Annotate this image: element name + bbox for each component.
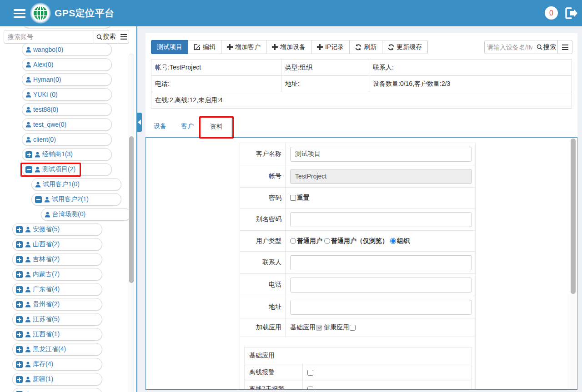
tree-item-江西省(1)[interactable]: 江西省(1) — [12, 328, 102, 341]
toolbar-button-刷新[interactable]: 刷新 — [349, 40, 382, 54]
user-icon — [25, 242, 31, 248]
tree-item-安徽省(5)[interactable]: 安徽省(5) — [12, 223, 102, 236]
expand-plus-icon[interactable] — [16, 271, 23, 278]
form-row-密码: 密码重置 — [240, 188, 475, 208]
panel-scrollbar-thumb[interactable] — [571, 139, 576, 294]
sidebar-collapse-handle[interactable] — [137, 113, 142, 132]
device-search-input[interactable] — [484, 40, 535, 54]
user-icon — [45, 212, 50, 218]
tree-item-client(0)[interactable]: client(0) — [22, 133, 112, 146]
form-input-地址[interactable] — [290, 300, 472, 315]
tree-item-Hyman(0)[interactable]: Hyman(0) — [22, 73, 112, 86]
device-search-menu-button[interactable] — [558, 40, 572, 54]
toolbar-button-IP记录[interactable]: IP记录 — [311, 40, 350, 54]
top-bar: GPS定位平台 0 — [0, 0, 582, 26]
collapse-minus-icon[interactable] — [25, 166, 32, 173]
expand-plus-icon[interactable] — [16, 226, 23, 233]
form-input-帐号[interactable] — [290, 169, 472, 184]
form-input-联系人[interactable] — [290, 255, 472, 270]
tree-item-台湾场测(0)[interactable]: 台湾场测(0) — [41, 208, 131, 221]
collapse-minus-icon[interactable] — [35, 196, 42, 203]
form-label: 帐号 — [240, 165, 286, 187]
toolbar-button-更新缓存[interactable]: 更新缓存 — [382, 40, 428, 54]
form-input-别名密码[interactable] — [290, 212, 472, 227]
account-search-button[interactable]: 搜索 — [94, 30, 118, 44]
form-field — [286, 296, 475, 318]
user-icon — [35, 152, 40, 158]
tree-item-吉林省(2)[interactable]: 吉林省(2) — [12, 253, 102, 266]
tab-设备[interactable]: 设备 — [146, 117, 174, 138]
tree-item-内蒙古(7)[interactable]: 内蒙古(7) — [12, 268, 102, 281]
tree-item-山西省(2)[interactable]: 山西省(2) — [12, 238, 102, 251]
tree-item-Alex(0)[interactable]: Alex(0) — [22, 58, 112, 71]
toolbar-button-测试项目[interactable]: 测试项目 — [151, 40, 188, 54]
tree-item-经销商1(3)[interactable]: 经销商1(3) — [22, 148, 112, 161]
expand-plus-icon[interactable] — [16, 376, 23, 383]
form-input-电话[interactable] — [290, 278, 472, 293]
tree-item-贵州省(2)[interactable]: 贵州省(2) — [12, 298, 102, 311]
tree-item-label: 台湾场测(0) — [52, 210, 85, 218]
expand-plus-icon[interactable] — [25, 151, 32, 158]
tree-item-新疆(1)[interactable]: 新疆(1) — [12, 373, 102, 386]
radio-普通用户[interactable] — [290, 238, 296, 244]
tree-item-partial-bottom[interactable] — [12, 388, 102, 392]
user-icon — [25, 47, 31, 53]
tab-资料[interactable]: 资料 — [201, 117, 232, 138]
tree-item-试用客户1(0)[interactable]: 试用客户1(0) — [31, 178, 121, 191]
expand-plus-icon[interactable] — [16, 241, 23, 248]
expand-plus-icon[interactable] — [16, 346, 23, 353]
tree-item-label: 安徽省(5) — [33, 225, 60, 233]
tree-item-wangbo(0)[interactable]: wangbo(0) — [22, 43, 112, 56]
search-icon — [96, 34, 102, 40]
tab-客户[interactable]: 客户 — [174, 117, 201, 138]
expand-plus-icon[interactable] — [16, 256, 23, 263]
device-search-button[interactable]: 搜索 — [535, 40, 558, 54]
form-field — [286, 252, 475, 273]
checkbox-离线7天报警[interactable] — [307, 387, 313, 390]
notification-badge[interactable]: 0 — [545, 6, 558, 20]
toolbar-button-增加客户[interactable]: 增加客户 — [221, 40, 266, 54]
tree-item-试用客户2(1)[interactable]: 试用客户2(1) — [31, 193, 121, 206]
form-row-加载应用: 加载应用基础应用健康应用 — [240, 318, 475, 337]
expand-plus-icon[interactable] — [16, 301, 23, 308]
sidebar-search-menu-button[interactable] — [118, 30, 129, 44]
device-search-group: 搜索 — [484, 40, 572, 54]
toolbar-button-增加设备[interactable]: 增加设备 — [266, 40, 311, 54]
expand-plus-icon[interactable] — [16, 331, 23, 338]
toolbar-button-编辑[interactable]: 编辑 — [188, 40, 221, 54]
logout-icon[interactable] — [565, 7, 578, 19]
form-label: 电话 — [240, 274, 286, 296]
tree-item-test_qwe(0)[interactable]: test_qwe(0) — [22, 118, 112, 131]
tree-item-YUKI (0)[interactable]: YUKI (0) — [22, 88, 112, 101]
menu-toggle-icon[interactable] — [14, 9, 25, 18]
account-search-input[interactable] — [4, 30, 94, 44]
checkbox-健康应用[interactable] — [350, 325, 356, 331]
app-logo — [30, 3, 51, 24]
sidebar-scrollbar-thumb[interactable] — [129, 136, 134, 283]
checkbox-离线报警[interactable] — [307, 370, 313, 376]
user-icon — [25, 347, 31, 352]
tree-item-测试项目(2)[interactable]: 测试项目(2) — [22, 163, 112, 176]
toolbar: 测试项目编辑增加客户增加设备IP记录刷新更新缓存 — [151, 40, 428, 54]
sidebar-divider — [136, 26, 137, 392]
user-icon — [25, 107, 31, 113]
tree-item-黑龙江省(4)[interactable]: 黑龙江省(4) — [12, 343, 102, 356]
page-title: GPS定位平台 — [55, 0, 115, 26]
section-row-离线报警: 离线报警 — [245, 364, 472, 381]
expand-plus-icon[interactable] — [16, 361, 23, 368]
radio-组织[interactable] — [390, 238, 396, 244]
form-input-客户名称[interactable] — [290, 147, 472, 162]
expand-plus-icon[interactable] — [16, 316, 23, 323]
expand-plus-icon[interactable] — [16, 286, 23, 293]
tree-item-江苏省(5)[interactable]: 江苏省(5) — [12, 313, 102, 326]
tree-item-label: 试用客户1(0) — [43, 180, 80, 189]
user-icon — [25, 257, 31, 263]
tree-item-广东省(4)[interactable]: 广东省(4) — [12, 283, 102, 296]
tree-item-label: 经销商1(3) — [42, 150, 73, 159]
tree-item-test88(0)[interactable]: test88(0) — [22, 103, 112, 116]
refresh-icon — [355, 44, 361, 50]
checkbox-重置[interactable] — [290, 195, 296, 201]
tree-item-库存(4)[interactable]: 库存(4) — [12, 358, 102, 371]
tree-item-label: 广东省(4) — [33, 285, 60, 293]
radio-普通用户（仅浏览）[interactable] — [324, 238, 330, 244]
